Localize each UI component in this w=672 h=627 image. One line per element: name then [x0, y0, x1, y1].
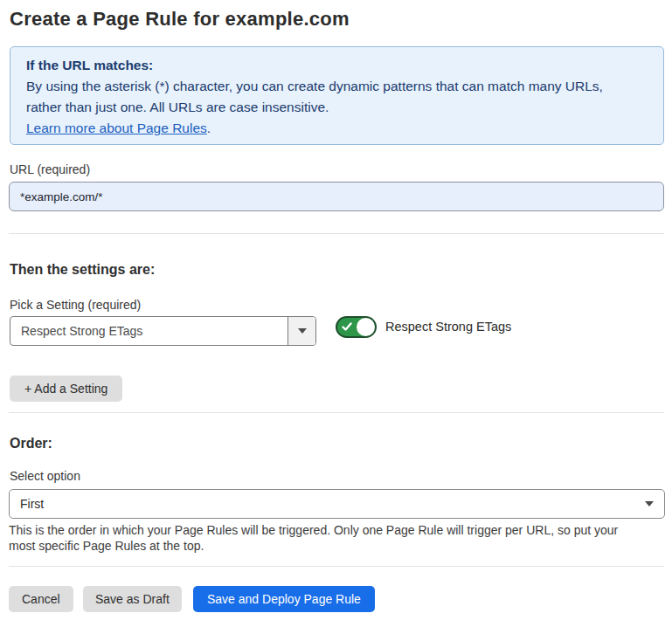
info-box-heading: If the URL matches: [26, 55, 648, 76]
url-input[interactable] [9, 182, 664, 211]
info-box-body: By using the asterisk (*) character, you… [26, 76, 629, 118]
chevron-down-icon [645, 501, 654, 506]
page-title: Create a Page Rule for example.com [10, 8, 350, 31]
learn-more-link[interactable]: Learn more about Page Rules [26, 121, 207, 135]
check-icon [342, 321, 352, 332]
etags-toggle[interactable] [336, 316, 377, 338]
setting-select-value: Respect Strong ETags [10, 324, 288, 338]
order-select[interactable]: First [9, 489, 665, 519]
save-draft-button[interactable]: Save as Draft [83, 586, 182, 612]
link-period: . [207, 121, 211, 135]
order-section-heading: Order: [10, 436, 52, 451]
order-help-text: This is the order in which your Page Rul… [9, 522, 634, 554]
settings-section-heading: Then the settings are: [10, 262, 155, 278]
setting-select-arrow-button[interactable] [288, 317, 315, 345]
divider [9, 233, 664, 234]
order-select-value: First [10, 497, 645, 511]
setting-picker-label: Pick a Setting (required) [10, 298, 141, 312]
toggle-label: Respect Strong ETags [385, 320, 511, 334]
cancel-button[interactable]: Cancel [9, 586, 73, 612]
url-match-info-box: If the URL matches: By using the asteris… [10, 46, 664, 145]
order-select-label: Select option [10, 469, 80, 483]
setting-select[interactable]: Respect Strong ETags [10, 316, 316, 346]
create-page-rule-form: Create a Page Rule for example.com If th… [0, 0, 672, 627]
divider [9, 566, 664, 567]
chevron-down-icon [298, 328, 307, 334]
divider [9, 412, 664, 413]
add-setting-button[interactable]: + Add a Setting [10, 376, 122, 402]
toggle-knob [357, 318, 375, 336]
url-field-label: URL (required) [10, 162, 90, 176]
save-deploy-button[interactable]: Save and Deploy Page Rule [193, 586, 375, 612]
